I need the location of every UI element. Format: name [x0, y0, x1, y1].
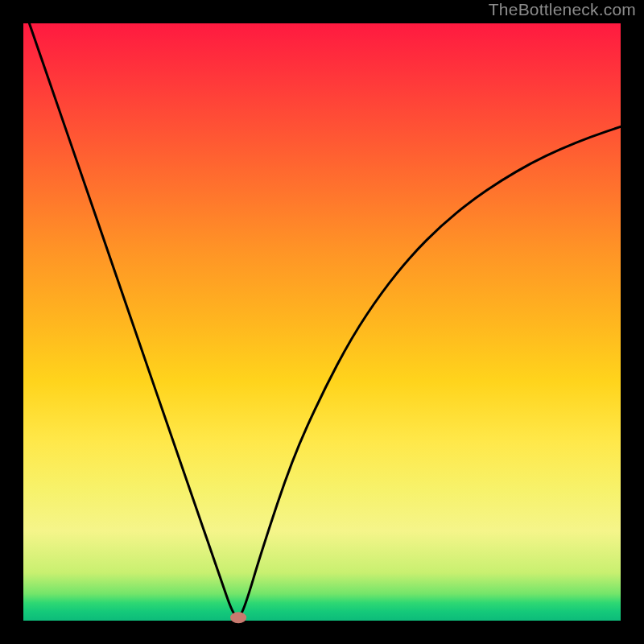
attribution-text: TheBottleneck.com [489, 0, 636, 19]
curve-right-branch [238, 126, 621, 617]
chart-frame: TheBottleneck.com [0, 0, 644, 644]
minimum-marker [230, 612, 246, 623]
plot-area [23, 23, 621, 621]
curve-left-branch [29, 23, 238, 617]
chart-svg [23, 23, 621, 621]
